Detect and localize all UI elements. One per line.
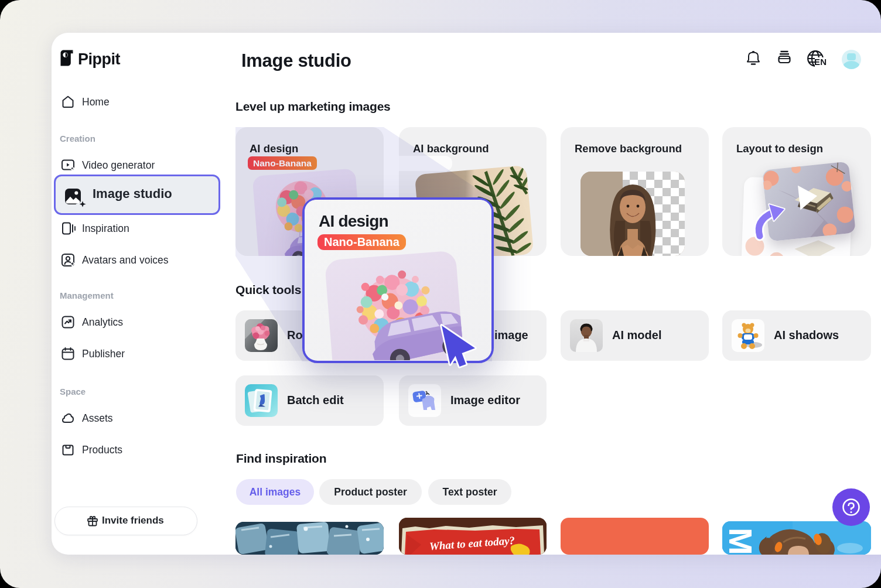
svg-text:M: M [722,528,759,555]
